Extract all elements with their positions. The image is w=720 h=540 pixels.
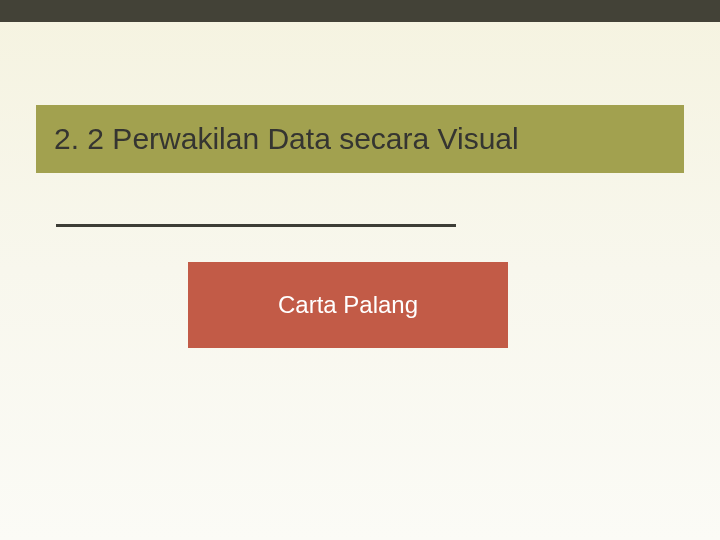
subtitle-text: Carta Palang [278,291,418,319]
section-title-box: 2. 2 Perwakilan Data secara Visual [36,105,684,173]
section-title-text: 2. 2 Perwakilan Data secara Visual [54,122,519,156]
horizontal-divider [56,224,456,227]
subtitle-box: Carta Palang [188,262,508,348]
top-accent-bar [0,0,720,22]
